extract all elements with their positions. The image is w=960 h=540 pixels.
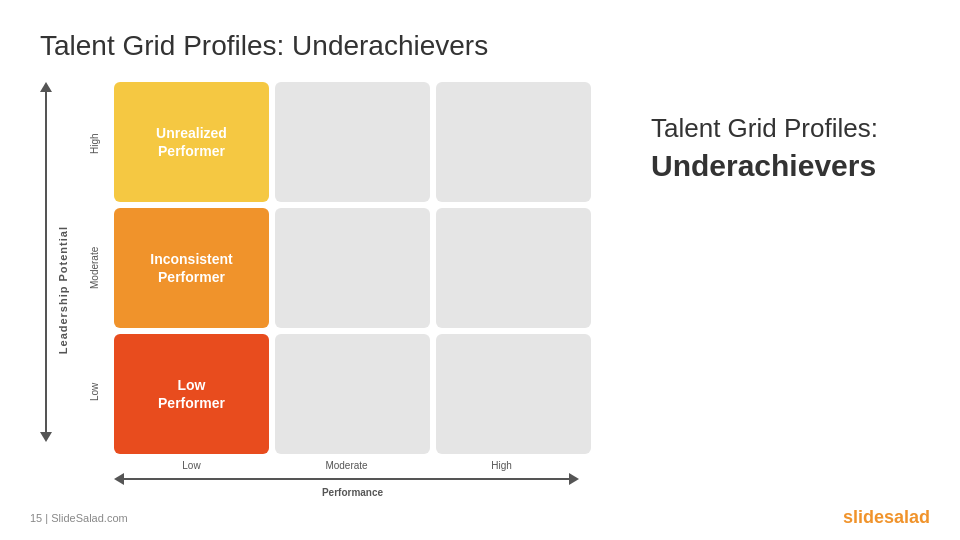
right-panel: Talent Grid Profiles: Underachievers (611, 82, 920, 185)
row-label-moderate: Moderate (74, 208, 114, 328)
arrow-right-icon (569, 473, 579, 485)
cell-r0-c2 (436, 82, 591, 202)
x-axis-label: Performance (114, 487, 591, 498)
x-labels: Low Moderate High (114, 458, 579, 471)
cell-label-low: LowPerformer (158, 376, 225, 412)
cell-label-unrealized: UnrealizedPerformer (156, 124, 227, 160)
x-label-moderate: Moderate (269, 458, 424, 471)
cell-r2-c1 (275, 334, 430, 454)
cell-r1-c2 (436, 208, 591, 328)
x-axis-area: Low Moderate High Performance (74, 458, 591, 498)
arrow-down-icon (40, 432, 52, 442)
cell-label-inconsistent: InconsistentPerformer (150, 250, 232, 286)
y-axis-wrapper: Leadership Potential (40, 82, 74, 498)
grid-with-axes: High Moderate Low UnrealizedPerformer (74, 82, 591, 498)
arrow-up-icon (40, 82, 52, 92)
arrow-left-icon (114, 473, 124, 485)
y-axis-label-text: Leadership Potential (57, 226, 69, 354)
page-number: 15 (30, 512, 42, 524)
x-axis-arrow-row (114, 473, 579, 485)
x-axis-line (124, 478, 569, 480)
logo-text-regular: slide (843, 507, 884, 527)
grid-matrix: UnrealizedPerformer InconsistentPerforme… (114, 82, 591, 454)
x-label-low: Low (114, 458, 269, 471)
row-labels: High Moderate Low (74, 82, 114, 454)
grid-section: Leadership Potential High Moderate Low (40, 82, 591, 498)
logo-text-bold: salad (884, 507, 930, 527)
footer: 15 | SlideSalad.com slidesalad (0, 507, 960, 528)
right-title-line1: Talent Grid Profiles: (651, 112, 920, 146)
right-title-line2: Underachievers (651, 146, 920, 185)
cell-r2-c2 (436, 334, 591, 454)
cell-unrealized-performer: UnrealizedPerformer (114, 82, 269, 202)
footer-logo: slidesalad (843, 507, 930, 528)
cell-r1-c1 (275, 208, 430, 328)
y-axis-label: Leadership Potential (54, 82, 72, 498)
y-axis-arrow (40, 82, 52, 442)
x-label-high: High (424, 458, 579, 471)
cell-low-performer: LowPerformer (114, 334, 269, 454)
grid-rows: High Moderate Low UnrealizedPerformer (74, 82, 591, 454)
content-area: Leadership Potential High Moderate Low (40, 82, 920, 498)
row-label-low: Low (74, 332, 114, 452)
page-title: Talent Grid Profiles: Underachievers (40, 30, 920, 62)
footer-site: SlideSalad.com (51, 512, 127, 524)
cell-inconsistent-performer: InconsistentPerformer (114, 208, 269, 328)
row-label-high: High (74, 84, 114, 204)
footer-page-info: 15 | SlideSalad.com (30, 512, 128, 524)
cell-r0-c1 (275, 82, 430, 202)
y-axis-line (45, 92, 47, 432)
slide: Talent Grid Profiles: Underachievers Lea… (0, 0, 960, 540)
